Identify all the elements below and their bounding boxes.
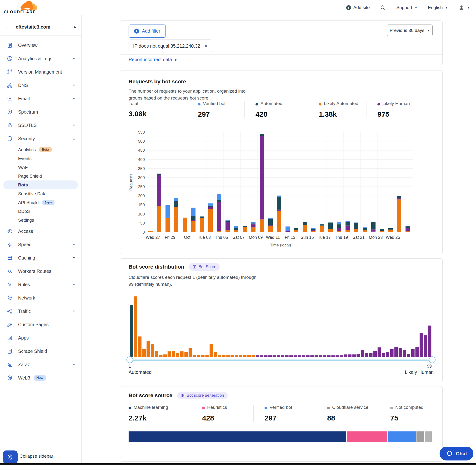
histogram-bar xyxy=(176,353,179,357)
bar-segment-likely-automated xyxy=(311,231,316,232)
sidebar-item-security[interactable]: Security▲ xyxy=(0,132,81,145)
stat-label[interactable]: Machine learning xyxy=(128,405,168,411)
stat-label[interactable]: Verified bot xyxy=(264,405,292,411)
site-switcher[interactable]: ← cftestsite3.com ▶ xyxy=(0,18,81,36)
add-site-button[interactable]: + Add site xyxy=(346,5,370,10)
bar-segment-automated xyxy=(328,223,333,229)
histogram-bar xyxy=(151,344,154,357)
histogram-bar xyxy=(260,355,263,357)
sidebar-item-caching[interactable]: Caching▼ xyxy=(0,251,81,264)
sidebar-item-apps[interactable]: Apps xyxy=(0,331,81,345)
sidebar-item-page-shield[interactable]: Page Shield xyxy=(0,172,81,180)
sidebar-item-analytics[interactable]: AnalyticsBeta xyxy=(0,145,81,154)
requests-card-title: Requests by bot score xyxy=(128,79,186,85)
sidebar-item-waf[interactable]: WAF xyxy=(0,163,81,172)
bar-segment-likely-automated xyxy=(148,231,153,232)
sidebar-item-analytics-logs[interactable]: Analytics & Logs▼ xyxy=(0,52,81,65)
chevron-down-icon: ▼ xyxy=(73,57,75,60)
sidebar-item-web3[interactable]: Web3New xyxy=(0,371,81,384)
back-arrow-icon[interactable]: ← xyxy=(5,24,11,30)
sidebar-item-events[interactable]: Events xyxy=(0,154,81,163)
bar-segment-verified-bot xyxy=(208,203,213,205)
histogram-bar xyxy=(420,333,423,357)
report-incorrect-data-link[interactable]: Report incorrect data▶ xyxy=(128,57,177,62)
sidebar-item-settings[interactable]: Settings xyxy=(0,216,81,224)
stat-label[interactable]: Not computed xyxy=(390,405,423,411)
histogram-bar xyxy=(226,355,230,357)
stat-label[interactable]: Heuristics xyxy=(202,405,227,411)
sidebar-item-email[interactable]: Email▼ xyxy=(0,92,81,105)
language-menu[interactable]: English▼ xyxy=(428,5,448,10)
bot-score-generation-badge[interactable]: Bot score generation xyxy=(177,392,228,399)
histogram-bar xyxy=(252,355,255,357)
histogram-bar xyxy=(130,305,133,357)
bar-segment-verified-bot xyxy=(405,226,410,226)
stat-label[interactable]: Likely Automated xyxy=(319,101,358,107)
sidebar-item-access[interactable]: Access xyxy=(0,224,81,238)
bar-segment-automated xyxy=(354,223,358,229)
sidebar-item-speed[interactable]: Speed▼ xyxy=(0,238,81,251)
histogram-bar xyxy=(214,352,217,357)
search-button[interactable] xyxy=(380,5,386,11)
sidebar-item-sensitive-data[interactable]: Sensitive Data xyxy=(0,189,81,198)
bar-segment-automated xyxy=(380,229,384,231)
sidebar-item-scrape-shield[interactable]: Scrape Shield xyxy=(0,345,81,358)
close-icon[interactable]: ✕ xyxy=(204,43,208,49)
chat-bubble-icon xyxy=(446,450,453,457)
bot-score-badge[interactable]: Bot Score xyxy=(189,263,220,271)
score-slider-handle-max[interactable] xyxy=(429,356,435,363)
chat-button[interactable]: Chat xyxy=(440,447,473,460)
sidebar-item-network[interactable]: Network xyxy=(0,291,81,305)
bar-segment-automated xyxy=(251,223,255,224)
bar-segment-automated xyxy=(277,197,281,210)
score-slider-handle-min[interactable] xyxy=(127,356,133,363)
histogram-bar xyxy=(386,352,389,357)
sidebar-item-overview[interactable]: Overview xyxy=(0,39,81,52)
histogram-bar xyxy=(180,351,184,357)
sidebar-item-version-management[interactable]: Version Management xyxy=(0,65,81,79)
bar-segment-verified-bot xyxy=(294,228,298,228)
histogram-bar xyxy=(273,355,276,357)
stat-label[interactable]: Likely Human xyxy=(377,101,410,107)
support-menu[interactable]: Support▼ xyxy=(396,5,417,10)
stat-label[interactable]: Cloudflare service xyxy=(327,405,368,411)
score-slider-track[interactable] xyxy=(130,359,432,361)
sidebar-item-bots[interactable]: Bots xyxy=(3,180,78,189)
collapse-sidebar-label[interactable]: Collapse sidebar xyxy=(20,454,53,459)
sidebar-item-spectrum[interactable]: Spectrum xyxy=(0,105,81,119)
svg-text:550: 550 xyxy=(138,130,145,135)
sidebar-item-custom-pages[interactable]: Custom Pages xyxy=(0,318,81,331)
histogram-bar xyxy=(281,355,284,357)
sidebar-item-workers-routes[interactable]: Workers Routes xyxy=(0,264,81,278)
sidebar-item-zaraz[interactable]: Zaraz▼ xyxy=(0,358,81,371)
bar-segment-automated xyxy=(268,219,273,225)
stat-value: 428 xyxy=(202,414,253,422)
sidebar-item-ssl-tls[interactable]: SSL/TLS▼ xyxy=(0,119,81,132)
stat-label[interactable]: Verified bot xyxy=(198,101,225,107)
custom-pages-icon xyxy=(7,321,13,328)
sidebar-item-traffic[interactable]: Traffic▼ xyxy=(0,305,81,318)
legend-dot-icon xyxy=(377,103,380,106)
bar-segment-automated xyxy=(397,196,401,198)
histogram-bar xyxy=(277,355,280,357)
chevron-right-icon[interactable]: ▶ xyxy=(74,25,76,29)
sidebar-item-label: Settings xyxy=(18,218,34,223)
sidebar-item-ddos[interactable]: DDoS xyxy=(0,207,81,216)
stat-machine-learning: Machine learning2.27k xyxy=(128,405,191,422)
preferences-button[interactable] xyxy=(3,451,18,464)
plus-icon: + xyxy=(134,29,139,33)
stat-label[interactable]: Automated xyxy=(255,101,282,107)
sidebar-item-dns[interactable]: DNS▼ xyxy=(0,79,81,92)
add-filter-button[interactable]: + Add filter xyxy=(128,24,166,38)
filter-chip[interactable]: IP does not equal 35.212.240.32 ✕ xyxy=(128,40,212,52)
account-menu[interactable]: ▼ xyxy=(458,5,470,11)
bar-segment-likely-human xyxy=(268,225,273,226)
source-composition-bar xyxy=(128,432,432,442)
time-range-select[interactable]: Previous 30 days▼ xyxy=(387,24,433,36)
histogram-bar xyxy=(327,355,330,357)
bar-segment-automated xyxy=(311,229,316,230)
sidebar-item-api-shield[interactable]: API ShieldNew xyxy=(0,198,81,207)
sidebar-item-rules[interactable]: Rules▼ xyxy=(0,278,81,291)
book-icon xyxy=(181,394,185,397)
bar-segment-likely-human xyxy=(217,202,221,231)
